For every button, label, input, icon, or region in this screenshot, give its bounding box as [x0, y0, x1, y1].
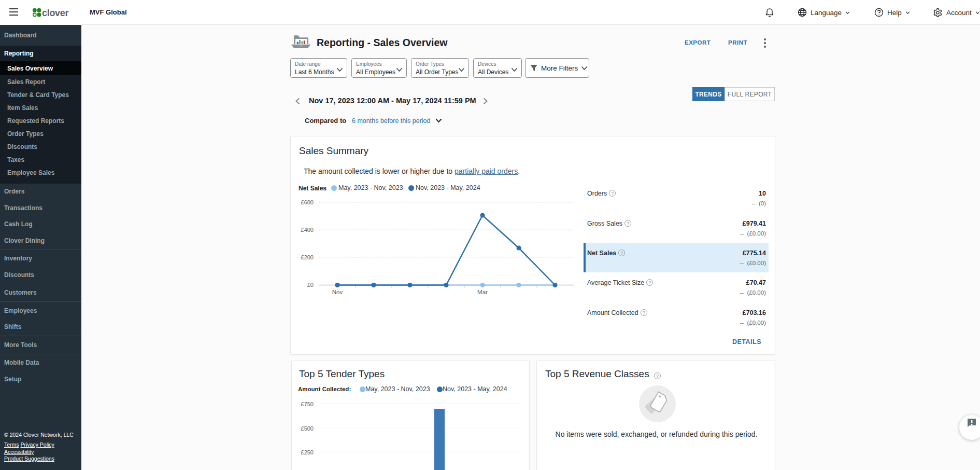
- svg-text:Mar: Mar: [477, 289, 488, 295]
- svg-text:£200: £200: [301, 254, 314, 260]
- svg-text:£750: £750: [301, 401, 314, 407]
- svg-text:Nov: Nov: [332, 289, 343, 295]
- svg-text:£600: £600: [301, 199, 314, 205]
- svg-text:£500: £500: [301, 425, 314, 432]
- svg-text:£400: £400: [301, 227, 314, 233]
- svg-text:clover: clover: [42, 8, 69, 18]
- svg-text:£0: £0: [307, 282, 314, 288]
- svg-text:£250: £250: [301, 449, 314, 455]
